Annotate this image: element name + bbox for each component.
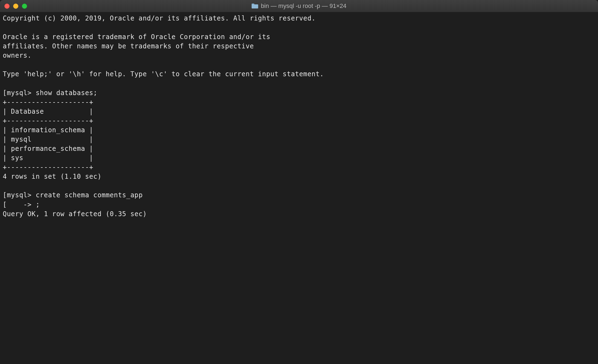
table-border-bottom: +--------------------+ [3, 163, 93, 171]
help-hint: Type 'help;' or '\h' for help. Type '\c'… [3, 70, 324, 78]
result-summary: Query OK, 1 row affected (0.35 sec) [3, 210, 147, 218]
minimize-button[interactable] [13, 4, 18, 9]
table-row: | mysql | [3, 136, 93, 143]
maximize-button[interactable] [22, 4, 27, 9]
window-title-text: bin — mysql -u root -p — 91×24 [261, 2, 346, 10]
terminal-viewport[interactable]: Copyright (c) 2000, 2019, Oracle and/or … [0, 12, 598, 221]
copyright-line: Copyright (c) 2000, 2019, Oracle and/or … [3, 14, 316, 22]
window-title: bin — mysql -u root -p — 91×24 [252, 2, 346, 10]
folder-icon [252, 4, 258, 8]
trademark-text: Oracle is a registered trademark of Orac… [3, 33, 270, 59]
prompt-bracket: [ [3, 89, 7, 97]
table-border-top: +--------------------+ [3, 98, 93, 106]
mysql-continuation-prompt: -> [7, 201, 36, 209]
close-button[interactable] [4, 4, 10, 9]
table-border-mid: +--------------------+ [3, 117, 93, 125]
command-create-schema: create schema comments_app [36, 191, 143, 199]
table-header: | Database | [3, 108, 93, 115]
table-row: | performance_schema | [3, 145, 93, 152]
command-show-databases: show databases; [36, 89, 97, 97]
mysql-prompt: mysql> [7, 191, 36, 199]
traffic-lights [4, 4, 27, 9]
prompt-bracket: [ [3, 201, 7, 209]
table-row: | information_schema | [3, 126, 93, 134]
prompt-bracket: [ [3, 191, 7, 199]
result-summary: 4 rows in set (1.10 sec) [3, 173, 101, 180]
window-titlebar: bin — mysql -u root -p — 91×24 [0, 0, 598, 12]
command-semicolon: ; [36, 201, 40, 209]
table-row: | sys | [3, 154, 93, 162]
mysql-prompt: mysql> [7, 89, 36, 97]
